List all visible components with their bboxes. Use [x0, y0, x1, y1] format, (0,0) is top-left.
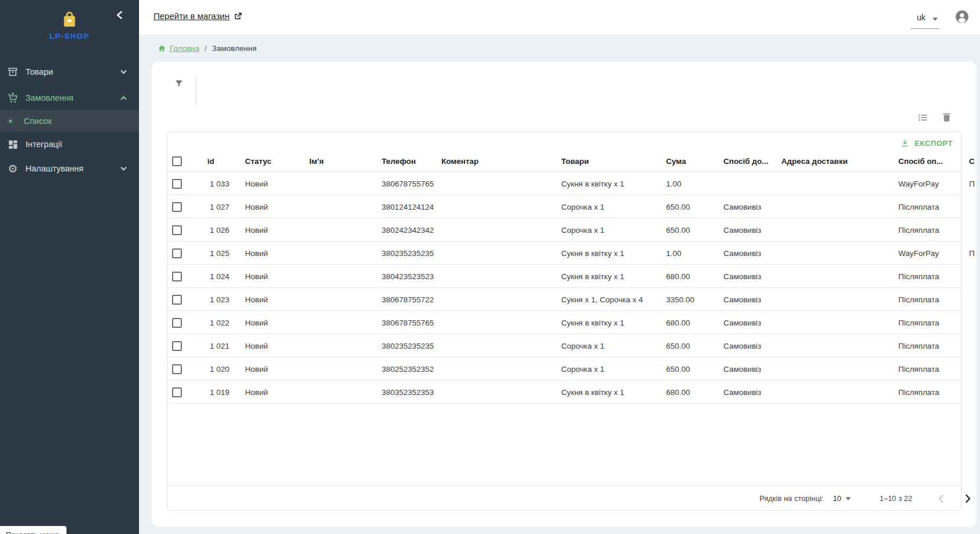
box-icon [5, 65, 20, 79]
export-label: ЕКСПОРТ [915, 139, 953, 148]
app-bar: Перейти в магазин uk [139, 0, 980, 34]
cell-id: 1 033 [188, 180, 232, 188]
cell-products: Сорочка x 1 [561, 365, 666, 374]
cell-delivery: Самовивіз [723, 295, 781, 304]
cell-delivery: Самовивіз [723, 342, 781, 350]
column-header-payment[interactable]: Спосіб оп... [898, 157, 969, 166]
cell-sum: 650.00 [666, 203, 723, 211]
cell-pay_status: П [969, 249, 977, 258]
table-row[interactable]: 1 021Новий380235235235Сорочка x 1650.00С… [167, 334, 977, 357]
column-header-id[interactable]: id [188, 157, 232, 166]
table-row[interactable]: 1 027Новий380124124124Сорочка x 1650.00С… [167, 195, 977, 218]
row-checkbox[interactable] [172, 179, 182, 189]
external-link-icon [233, 12, 243, 21]
table-row[interactable]: 1 022Новий380678755765Сукня в квітку x 1… [167, 311, 977, 334]
row-select-cell [167, 341, 188, 351]
table-row[interactable]: 1 023Новий380678755722Сукня x 1, Сорочка… [167, 288, 977, 311]
column-header-products[interactable]: Товари [561, 157, 666, 166]
row-checkbox[interactable] [172, 248, 182, 258]
cell-phone: 380252352352 [382, 365, 441, 374]
go-to-store-link[interactable]: Перейти в магазин [153, 11, 243, 21]
row-checkbox[interactable] [172, 272, 182, 281]
logo[interactable]: LP-SHOP [0, 9, 139, 41]
next-page-button[interactable] [961, 492, 975, 506]
row-checkbox[interactable] [172, 318, 182, 328]
row-checkbox[interactable] [172, 202, 182, 212]
cell-phone: 380423523523 [382, 272, 441, 281]
row-checkbox[interactable] [172, 364, 182, 374]
cell-id: 1 027 [188, 203, 232, 211]
sidebar-item-orders[interactable]: Замовлення [0, 86, 139, 110]
pagination-range: 1–10 з 22 [879, 494, 912, 503]
cell-phone: 380235235235 [382, 342, 441, 350]
row-select-cell [167, 225, 188, 235]
row-checkbox[interactable] [172, 295, 182, 305]
cell-status: Новий [232, 226, 309, 235]
view-list-button[interactable] [917, 112, 931, 126]
cell-sum: 680.00 [666, 272, 723, 281]
sidebar-item-label: Налаштування [25, 164, 83, 173]
cell-status: Новий [232, 388, 309, 397]
table-row[interactable]: 1 020Новий380252352352Сорочка x 1650.00С… [167, 357, 977, 381]
sidebar-item-products[interactable]: Товари [0, 60, 139, 84]
column-header-comment[interactable]: Коментар [441, 157, 561, 166]
row-select-cell [167, 364, 188, 374]
cell-products: Сукня в квітку x 1 [561, 319, 666, 327]
cell-pay_status: П [969, 180, 977, 188]
cell-sum: 680.00 [666, 319, 723, 327]
shopping-bag-icon [60, 9, 79, 30]
cell-phone: 380235235235 [382, 249, 441, 258]
column-header-delivery[interactable]: Спосіб до... [723, 157, 781, 166]
column-header-phone[interactable]: Телефон [382, 157, 441, 166]
cell-id: 1 019 [188, 388, 232, 397]
column-header-status[interactable]: Статус [232, 157, 309, 166]
column-header-name[interactable]: Ім'я [309, 157, 382, 166]
cell-id: 1 020 [188, 365, 232, 374]
cell-status: Новий [232, 180, 309, 188]
account-circle-icon [955, 10, 969, 24]
cell-phone: 380678755765 [382, 319, 441, 327]
table-row[interactable]: 1 033Новий380678755765Сукня в квітку x 1… [167, 172, 977, 195]
language-select[interactable]: uk [910, 12, 939, 29]
cell-payment: Післяплата [898, 365, 969, 374]
user-avatar[interactable] [955, 10, 969, 24]
cell-sum: 1.00 [666, 180, 723, 188]
delete-button[interactable] [941, 112, 955, 126]
view-list-icon [917, 112, 928, 123]
cell-payment: Післяплата [898, 342, 969, 350]
chevron-right-icon [961, 492, 975, 506]
breadcrumb-home-link[interactable]: Головна [158, 44, 199, 53]
bullet-icon [7, 118, 14, 125]
cell-sum: 3350.00 [666, 295, 723, 304]
column-header-address[interactable]: Адреса доставки [781, 157, 898, 166]
cell-products: Сорочка x 1 [561, 226, 666, 235]
row-checkbox[interactable] [172, 225, 182, 235]
sidebar-item-orders-list[interactable]: Список [0, 110, 139, 131]
cell-status: Новий [232, 365, 309, 374]
table-row[interactable]: 1 026Новий380242342342Сорочка x 1650.00С… [167, 218, 977, 242]
column-header-pay_status[interactable]: С [969, 157, 977, 166]
rows-per-page-select[interactable]: 10 [833, 494, 851, 503]
table-row[interactable]: 1 024Новий380423523523Сукня в квітку x 1… [167, 265, 977, 288]
trash-icon [941, 112, 952, 123]
export-button[interactable]: ЕКСПОРТ [895, 136, 957, 151]
table-row[interactable]: 1 025Новий380235235235Сукня в квітку x 1… [167, 242, 977, 265]
main-area: Перейти в магазин uk [139, 0, 980, 534]
previous-page-button[interactable] [934, 492, 948, 506]
cell-products: Сорочка x 1 [561, 342, 666, 350]
column-header-sum[interactable]: Сума [666, 157, 723, 166]
row-checkbox[interactable] [172, 387, 182, 397]
select-all-cell [167, 156, 188, 166]
cell-id: 1 026 [188, 226, 232, 235]
row-select-cell [167, 272, 188, 281]
cell-id: 1 023 [188, 295, 232, 304]
select-all-checkbox[interactable] [172, 156, 182, 166]
go-to-store-label: Перейти в магазин [153, 11, 229, 21]
filter-icon [174, 78, 184, 89]
sidebar-item-settings[interactable]: ⚙ Налаштування [0, 156, 139, 181]
table-row[interactable]: 1 019Новий380352352353Сукня в квітку x 1… [167, 381, 977, 404]
row-checkbox[interactable] [172, 341, 182, 351]
chevron-down-icon [120, 68, 127, 76]
sidebar-item-integrations[interactable]: Інтеграції [0, 132, 139, 156]
filter-button[interactable] [174, 78, 189, 93]
